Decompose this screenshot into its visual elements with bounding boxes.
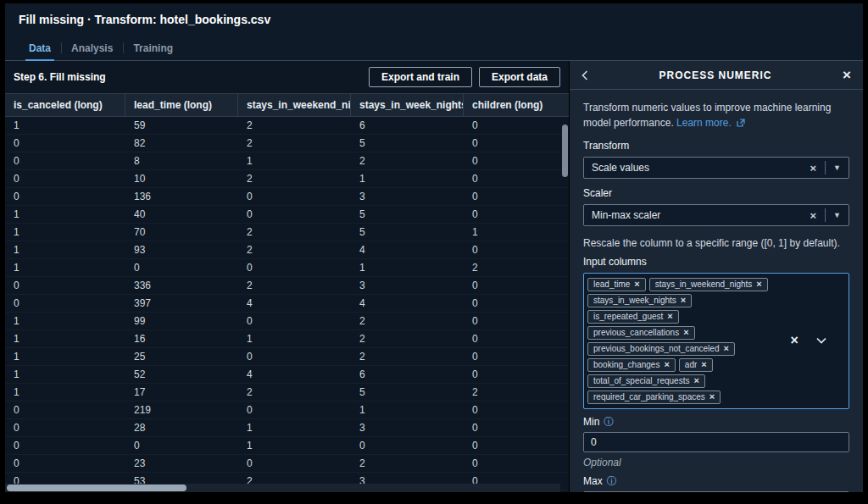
- transform-select[interactable]: Scale values × ▼: [583, 157, 849, 179]
- input-columns-label: Input columns: [583, 256, 849, 268]
- chip-remove-icon[interactable]: ×: [667, 312, 672, 321]
- multiselect-controls: ×: [772, 278, 845, 404]
- scaler-clear-icon[interactable]: ×: [801, 209, 825, 222]
- page-title: Fill missing · Transform: hotel_bookings…: [19, 13, 270, 26]
- back-chevron-icon[interactable]: [581, 70, 588, 80]
- tab-analysis[interactable]: Analysis: [61, 36, 123, 60]
- table-row[interactable]: 10012: [5, 259, 569, 277]
- table-cell: 0: [238, 455, 351, 472]
- column-chip: previous_cancellations×: [587, 326, 695, 340]
- table-row[interactable]: 125020: [5, 348, 569, 366]
- table-cell: 1: [238, 419, 351, 436]
- table-row[interactable]: 117252: [5, 384, 569, 402]
- export-data-button[interactable]: Export data: [479, 67, 560, 87]
- table-cell: 0: [238, 402, 351, 418]
- table-cell: 4: [351, 241, 464, 258]
- rescale-note: Rescale the column to a specific range (…: [583, 236, 849, 251]
- table-cell: 2: [351, 455, 464, 472]
- table-cell: 5: [351, 206, 464, 223]
- table-row[interactable]: 193240: [5, 241, 569, 259]
- clear-all-icon[interactable]: ×: [791, 333, 798, 348]
- table-row[interactable]: 159260: [5, 117, 569, 135]
- table-cell: 5: [351, 384, 464, 401]
- horizontal-scrollbar-thumb[interactable]: [7, 485, 186, 491]
- table-cell: 1: [5, 224, 125, 241]
- column-header[interactable]: stays_in_weekend_nig...: [238, 94, 351, 116]
- table-row[interactable]: 199020: [5, 313, 569, 330]
- table-cell: 1: [5, 313, 125, 330]
- table-row[interactable]: 010210: [5, 170, 569, 188]
- info-icon[interactable]: ⓘ: [607, 476, 617, 486]
- table-cell: 2: [464, 384, 569, 401]
- chip-remove-icon[interactable]: ×: [664, 360, 669, 369]
- vertical-scrollbar-thumb[interactable]: [562, 125, 568, 177]
- table-cell: 1: [238, 330, 351, 347]
- info-icon[interactable]: ⓘ: [604, 417, 614, 427]
- table-row[interactable]: 152460: [5, 366, 569, 384]
- scaler-caret-icon[interactable]: ▼: [826, 211, 849, 219]
- table-row[interactable]: 0219010: [5, 402, 569, 419]
- table-row[interactable]: 08120: [5, 152, 569, 170]
- tab-data[interactable]: Data: [19, 36, 61, 60]
- min-label: Min: [583, 416, 599, 428]
- table-cell: 3: [351, 419, 464, 436]
- chip-remove-icon[interactable]: ×: [693, 376, 698, 385]
- column-header[interactable]: is_canceled (long): [5, 94, 125, 116]
- table-cell: 0: [464, 170, 569, 187]
- content: Step 6. Fill missing Export and train Ex…: [5, 61, 863, 492]
- scaler-select[interactable]: Min-max scaler × ▼: [583, 204, 849, 226]
- table-row[interactable]: 082250: [5, 135, 569, 152]
- table-cell: 1: [5, 366, 125, 383]
- external-link-icon: [737, 116, 745, 131]
- chip-remove-icon[interactable]: ×: [709, 392, 715, 402]
- column-header[interactable]: stays_in_week_nights ...: [351, 94, 464, 116]
- table-cell: 0: [125, 437, 238, 454]
- column-header[interactable]: lead_time (long): [125, 94, 238, 116]
- table-row[interactable]: 023020: [5, 455, 569, 473]
- table-row[interactable]: 028130: [5, 419, 569, 437]
- table-row[interactable]: 170251: [5, 224, 569, 241]
- table-cell: 99: [125, 313, 238, 330]
- column-chip: is_repeated_guest×: [587, 310, 679, 324]
- transform-clear-icon[interactable]: ×: [801, 162, 825, 174]
- vertical-scrollbar[interactable]: [561, 118, 568, 482]
- table-cell: 0: [238, 348, 351, 365]
- close-icon[interactable]: ×: [843, 68, 851, 82]
- chip-remove-icon[interactable]: ×: [683, 328, 688, 337]
- table-cell: 0: [5, 170, 125, 187]
- min-input[interactable]: [583, 432, 849, 452]
- table-cell: 0: [351, 437, 464, 454]
- tab-training[interactable]: Training: [123, 36, 183, 60]
- chip-remove-icon[interactable]: ×: [756, 280, 761, 289]
- table-row[interactable]: 00100: [5, 437, 569, 455]
- chip-remove-icon[interactable]: ×: [681, 296, 686, 305]
- table-cell: 336: [125, 277, 238, 294]
- learn-more-link[interactable]: Learn more.: [676, 117, 732, 129]
- input-columns-multiselect[interactable]: lead_time×stays_in_weekend_nights×stays_…: [583, 273, 849, 409]
- chip-remove-icon[interactable]: ×: [701, 360, 706, 369]
- chip-remove-icon[interactable]: ×: [634, 280, 639, 289]
- table-cell: 1: [238, 152, 351, 169]
- table-cell: 1: [351, 259, 464, 276]
- chip-remove-icon[interactable]: ×: [723, 344, 728, 353]
- table-row[interactable]: 0397440: [5, 295, 569, 313]
- table-cell: 8: [125, 152, 238, 169]
- export-and-train-button[interactable]: Export and train: [369, 67, 472, 87]
- toolbar: Step 6. Fill missing Export and train Ex…: [5, 61, 569, 93]
- column-chip: adr×: [679, 358, 713, 372]
- table-row[interactable]: 116120: [5, 330, 569, 348]
- table-cell: 1: [5, 117, 125, 134]
- table-cell: 6: [351, 366, 464, 383]
- table-row[interactable]: 140050: [5, 206, 569, 224]
- table-row[interactable]: 0136030: [5, 188, 569, 206]
- horizontal-scrollbar[interactable]: [5, 484, 560, 492]
- column-header[interactable]: children (long): [464, 94, 569, 116]
- column-chip: stays_in_week_nights×: [587, 294, 692, 307]
- chevron-down-icon[interactable]: [816, 337, 826, 344]
- table-cell: 219: [125, 402, 238, 418]
- max-input[interactable]: [583, 491, 849, 492]
- column-chip: stays_in_weekend_nights×: [649, 278, 768, 291]
- table-cell: 136: [125, 188, 238, 205]
- transform-caret-icon[interactable]: ▼: [826, 163, 849, 172]
- table-row[interactable]: 0336230: [5, 277, 569, 295]
